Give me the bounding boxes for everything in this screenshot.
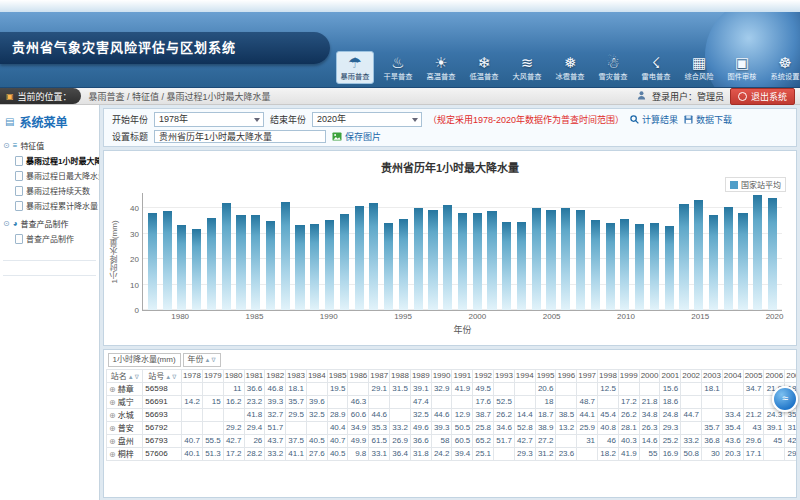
sidebar-item[interactable]: 普查产品制作 [3,231,96,246]
bar-1997[interactable] [428,210,437,310]
year-header-1978[interactable]: 1978 [182,369,203,382]
bar-1991[interactable] [340,214,349,310]
expand-row-icon[interactable]: ⊕ [109,411,116,420]
year-header-1979[interactable]: 1979 [202,369,223,382]
bar-2006[interactable] [561,208,570,310]
filter-icon[interactable]: ∇ [135,374,139,380]
sidebar-item[interactable]: 暴雨过程持续天数 [3,183,96,198]
bar-1979[interactable] [163,211,172,310]
year-group-label[interactable]: 年份▲∇ [183,353,221,367]
filter-icon[interactable]: ∇ [172,374,176,380]
bar-2009[interactable] [606,223,615,310]
bar-1989[interactable] [310,224,319,310]
bar-2010[interactable] [620,219,629,310]
nav-item-hail-survey[interactable]: ❅冰雹普查 [551,51,589,84]
chart-legend[interactable]: 国家站平均 [725,177,786,192]
year-header-1988[interactable]: 1988 [390,369,411,382]
expand-row-icon[interactable]: ⊕ [109,437,116,446]
expand-row-icon[interactable]: ⊕ [109,424,116,433]
year-header-1992[interactable]: 1992 [473,369,494,382]
bar-1987[interactable] [281,202,290,310]
tree-toggle-icon[interactable]: ⊙ [3,141,10,150]
sort-asc-icon[interactable]: ▲ [165,374,171,380]
year-header-1985[interactable]: 1985 [327,369,348,382]
year-header-2007[interactable]: 2007 [785,369,797,382]
bar-2000[interactable] [473,213,482,310]
year-header-1995[interactable]: 1995 [535,369,556,382]
nav-item-snow-survey[interactable]: ☃雪灾普查 [594,51,632,84]
bar-1998[interactable] [443,205,452,310]
station-id-header[interactable]: 站号▲∇ [143,369,182,382]
bar-2011[interactable] [635,224,644,310]
sidebar-item[interactable]: 暴雨过程1小时最大降水量 [3,153,96,168]
sidebar-item[interactable]: 暴雨过程日最大降水量 [3,168,96,183]
sidebar-group[interactable]: ⊙≡特征值 [3,140,96,151]
year-header-2001[interactable]: 2001 [660,369,681,382]
nav-item-rainstorm-survey[interactable]: ☂暴雨普查 [336,51,374,84]
bar-2001[interactable] [487,211,496,310]
year-header-1980[interactable]: 1980 [223,369,244,382]
expand-row-icon[interactable]: ⊕ [109,398,116,407]
bar-2012[interactable] [650,223,659,310]
year-header-1998[interactable]: 1998 [598,369,619,382]
station-name-header[interactable]: 站名▲∇ [107,369,143,382]
bar-1988[interactable] [295,225,304,310]
bar-1980[interactable] [177,225,186,310]
year-header-2004[interactable]: 2004 [722,369,743,382]
bar-1981[interactable] [192,229,201,310]
bar-1990[interactable] [325,220,334,310]
year-header-1991[interactable]: 1991 [452,369,473,382]
floating-assistant-icon[interactable]: ≈ [772,386,798,412]
nav-item-system-settings[interactable]: ☸系统设置 [766,51,800,84]
logout-button[interactable]: 退出系统 [730,88,795,105]
start-year-select[interactable]: 1978年 [154,112,264,127]
bar-1986[interactable] [266,221,275,310]
year-header-1984[interactable]: 1984 [306,369,327,382]
bar-1983[interactable] [222,203,231,310]
year-header-1983[interactable]: 1983 [286,369,307,382]
sort-asc-icon[interactable]: ▲ [205,357,211,363]
bar-2005[interactable] [546,210,555,310]
bar-1994[interactable] [384,223,393,310]
bar-1982[interactable] [207,218,216,310]
bar-2004[interactable] [532,208,541,311]
expand-row-icon[interactable]: ⊕ [109,450,116,459]
nav-item-lightning-survey[interactable]: ☇雷电普查 [637,51,675,84]
year-header-1993[interactable]: 1993 [494,369,515,382]
year-header-1987[interactable]: 1987 [369,369,390,382]
year-header-1996[interactable]: 1996 [556,369,577,382]
bar-2008[interactable] [591,220,600,310]
year-header-1981[interactable]: 1981 [244,369,265,382]
bar-2017[interactable] [724,207,733,310]
sidebar-group[interactable]: ⊙◕普查产品制作 [3,218,96,229]
bar-1995[interactable] [399,219,408,310]
tree-toggle-icon[interactable]: ⊙ [3,219,10,228]
year-header-2005[interactable]: 2005 [743,369,764,382]
sidebar-item[interactable]: 暴雨过程累计降水量 [3,198,96,213]
nav-item-wind-survey[interactable]: ≋大风普查 [508,51,546,84]
nav-item-comprehensive-risk[interactable]: ▦综合风险 [680,51,718,84]
nav-item-high-temp-survey[interactable]: ☀高温普查 [422,51,460,84]
bar-2014[interactable] [679,204,688,310]
bar-2003[interactable] [517,222,526,311]
bar-2018[interactable] [738,213,747,310]
bar-1984[interactable] [236,215,245,310]
bar-2020[interactable] [768,198,777,310]
year-header-1986[interactable]: 1986 [348,369,369,382]
bar-2015[interactable] [694,200,703,310]
chart-title-input[interactable] [154,130,326,143]
bar-2019[interactable] [753,195,762,310]
year-header-1997[interactable]: 1997 [577,369,598,382]
bar-1978[interactable] [148,213,157,310]
expand-row-icon[interactable]: ⊕ [109,385,116,394]
nav-item-drought-survey[interactable]: ♨干旱普查 [379,51,417,84]
filter-icon[interactable]: ∇ [212,357,216,363]
sort-asc-icon[interactable]: ▲ [128,374,134,380]
calculate-button[interactable]: 计算结果 [630,113,678,126]
year-header-2000[interactable]: 2000 [639,369,660,382]
data-download-button[interactable]: 数据下载 [684,113,732,126]
year-header-1982[interactable]: 1982 [265,369,286,382]
end-year-select[interactable]: 2020年 [312,112,422,127]
bar-2016[interactable] [709,215,718,310]
year-header-1994[interactable]: 1994 [514,369,535,382]
